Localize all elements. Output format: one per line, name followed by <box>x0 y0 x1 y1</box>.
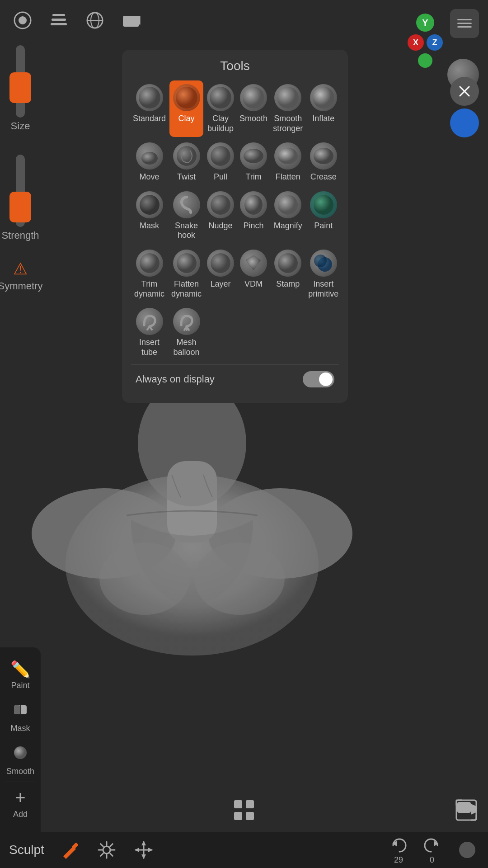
svg-point-45 <box>194 542 285 615</box>
tool-mesh-balloon[interactable]: Mesh balloon <box>169 304 203 361</box>
svg-point-18 <box>210 87 231 108</box>
settings-icon[interactable] <box>95 838 118 862</box>
tool-label-mask: Mask <box>140 221 159 231</box>
globe-button[interactable] <box>81 7 108 34</box>
undo-button[interactable]: 29 <box>389 835 408 865</box>
svg-point-28 <box>140 195 160 215</box>
tool-flatten-dynamic[interactable]: Flatten dynamic <box>169 246 203 302</box>
strength-slider-thumb[interactable] <box>9 192 31 222</box>
tool-icon-insert-primitive <box>310 250 337 277</box>
bottom-bar-right: 29 0 <box>389 835 479 865</box>
tool-smooth-stronger[interactable]: Smooth stronger <box>271 80 305 137</box>
always-on-display-row: Always on display <box>131 364 339 394</box>
tool-label-insert-tube: Insert tube <box>133 338 166 357</box>
svg-marker-76 <box>148 848 153 852</box>
tool-mask[interactable]: Mask <box>131 188 168 244</box>
move-icon[interactable] <box>132 838 155 862</box>
grid-icon[interactable] <box>231 797 257 823</box>
redo-count: 0 <box>430 855 434 865</box>
tool-insert-tube[interactable]: Insert tube <box>131 304 168 361</box>
svg-rect-52 <box>234 812 242 820</box>
record-button[interactable] <box>9 7 36 34</box>
brush-icon[interactable] <box>58 838 81 862</box>
svg-line-68 <box>110 854 113 856</box>
tool-inflate[interactable]: Inflate <box>306 80 340 137</box>
tool-vdm[interactable]: VDM <box>238 246 269 302</box>
tool-smooth[interactable]: Smooth <box>238 80 269 137</box>
tool-icon-pinch <box>240 191 267 218</box>
tool-label-trim: Trim <box>245 172 261 182</box>
tool-trim-dynamic[interactable]: Trim dynamic <box>131 246 168 302</box>
tool-icon-standard <box>136 84 163 111</box>
svg-marker-75 <box>135 848 139 852</box>
always-on-display-toggle[interactable] <box>303 371 334 387</box>
blue-action-button[interactable] <box>450 108 479 137</box>
tool-label-smooth: Smooth <box>239 114 267 124</box>
more-icon[interactable] <box>455 838 479 862</box>
tool-clay[interactable]: Clay <box>169 80 203 137</box>
tool-label-vdm: VDM <box>244 279 263 289</box>
smooth-label: Smooth <box>6 767 34 776</box>
mask-tool[interactable]: Mask <box>5 696 36 739</box>
tool-icon-smooth-stronger <box>274 84 301 111</box>
svg-point-24 <box>211 146 230 166</box>
tool-icon-insert-tube <box>136 308 163 335</box>
tool-icon-move <box>136 142 163 170</box>
tool-twist[interactable]: Twist <box>169 139 203 186</box>
tool-label-flatten: Flatten <box>276 172 300 182</box>
size-slider-container: Size <box>11 45 30 132</box>
smooth-tool[interactable]: Smooth <box>5 739 36 782</box>
svg-point-62 <box>103 846 110 854</box>
paint-tool[interactable]: ✏️ Paint <box>5 655 36 696</box>
svg-line-70 <box>101 854 103 856</box>
tool-icon-clay-buildup <box>207 84 234 111</box>
tool-label-trim-dynamic: Trim dynamic <box>133 279 166 299</box>
tool-stamp[interactable]: Stamp <box>271 246 305 302</box>
svg-rect-3 <box>52 19 66 21</box>
tool-icon-trim-dynamic <box>136 250 163 277</box>
tool-pull[interactable]: Pull <box>205 139 236 186</box>
svg-point-27 <box>314 148 333 164</box>
tool-icon-paint <box>310 191 337 218</box>
camera-button[interactable] <box>117 7 145 34</box>
svg-point-19 <box>243 87 264 108</box>
tool-icon-flatten <box>274 142 301 170</box>
svg-rect-53 <box>246 812 254 820</box>
size-slider-thumb[interactable] <box>9 72 31 103</box>
tool-icon-pull <box>207 142 234 170</box>
tool-label-insert-primitive: Insert primitive <box>308 279 338 299</box>
tool-flatten[interactable]: Flatten <box>271 139 305 186</box>
svg-point-20 <box>277 87 299 108</box>
svg-point-35 <box>211 253 230 273</box>
tool-pinch[interactable]: Pinch <box>238 188 269 244</box>
tool-label-magnify: Magnify <box>274 221 302 231</box>
tool-trim[interactable]: Trim <box>238 139 269 186</box>
size-slider-track[interactable] <box>16 45 25 118</box>
layers-button[interactable] <box>45 7 72 34</box>
add-label: Add <box>13 810 28 819</box>
svg-point-38 <box>314 255 327 267</box>
tool-snake-hook[interactable]: Snake hook <box>169 188 203 244</box>
svg-point-17 <box>176 87 197 108</box>
tool-crease[interactable]: Crease <box>306 139 340 186</box>
tool-label-layer: Layer <box>211 279 231 289</box>
tool-icon-layer <box>207 250 234 277</box>
close-button[interactable] <box>450 77 479 106</box>
add-tool[interactable]: + Add <box>5 782 36 825</box>
tool-label-inflate: Inflate <box>312 114 334 124</box>
tool-clay-buildup[interactable]: Clay buildup <box>205 80 236 137</box>
tool-standard[interactable]: Standard <box>131 80 168 137</box>
strength-slider-track[interactable] <box>16 155 25 227</box>
tool-move[interactable]: Move <box>131 139 168 186</box>
tool-icon-nudge <box>207 191 234 218</box>
tool-magnify[interactable]: Magnify <box>271 188 305 244</box>
svg-marker-74 <box>141 854 146 859</box>
symmetry-button[interactable]: ⚠ Symmetry <box>0 259 43 292</box>
tool-paint[interactable]: Paint <box>306 188 340 244</box>
tool-insert-primitive[interactable]: Insert primitive <box>306 246 340 302</box>
video-icon-right[interactable] <box>455 797 479 823</box>
tool-layer[interactable]: Layer <box>205 246 236 302</box>
tool-label-pinch: Pinch <box>244 221 264 231</box>
redo-button[interactable]: 0 <box>422 835 442 865</box>
tool-nudge[interactable]: Nudge <box>205 188 236 244</box>
